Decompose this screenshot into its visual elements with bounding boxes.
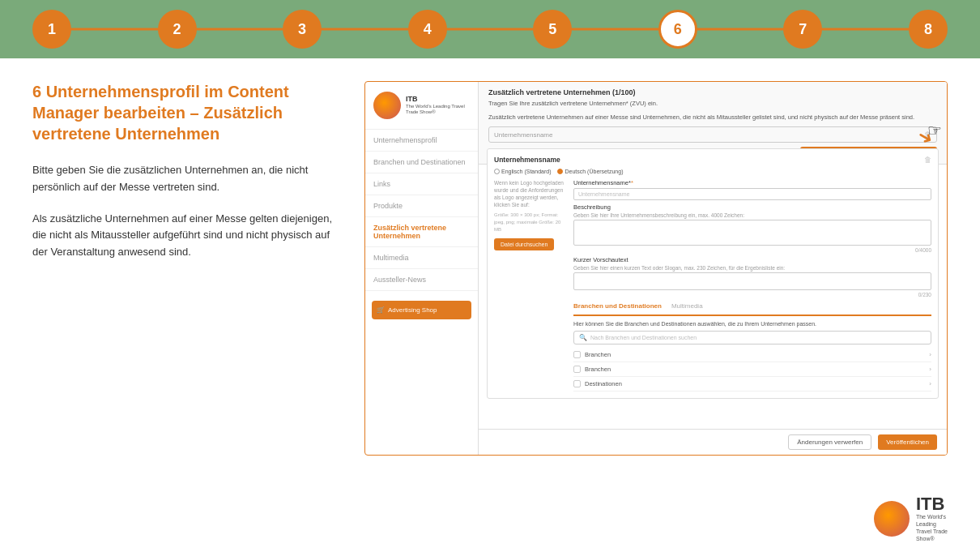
company-name-placeholder: Unternehmensname <box>494 131 552 139</box>
desc-label: Beschreibung <box>573 203 931 211</box>
main-content: 6 Unternehmensprofil im Content Manager … <box>0 58 980 472</box>
mock-ui-container: ITB The World's Leading Travel Trade Sho… <box>365 82 947 455</box>
mock-overlay-card: Unternehmensname 🗑 Englisch (Standard) D… <box>487 148 939 399</box>
bottom-logo-subtitle: The World's Leading Travel Trade Show® <box>916 513 948 542</box>
description-1: Bitte geben Sie die zusätzlichen Unterne… <box>32 162 340 196</box>
left-column: 6 Unternehmensprofil im Content Manager … <box>32 81 340 456</box>
logo-hint-text: Wenn kein Logo hochgeladen wurde und die… <box>494 179 567 208</box>
lang-english[interactable]: Englisch (Standard) <box>494 169 551 174</box>
hand-cursor-icon: ☞ <box>927 121 942 140</box>
sidebar-item-branchen[interactable]: Branchen und Destinationen <box>365 152 478 173</box>
branches-desc: Hier können Sie die Branchen und Destina… <box>573 321 931 327</box>
advertising-shop-button[interactable]: 🛒 Advertising Shop <box>372 301 471 319</box>
radio-english <box>494 169 500 174</box>
short-preview-label: Kurzer Vorschautext <box>573 256 931 263</box>
step-1[interactable]: 1 <box>32 10 71 49</box>
sidebar-item-produkte[interactable]: Produkte <box>365 195 478 217</box>
tab-branchen[interactable]: Branchen und Destinationen <box>573 302 662 311</box>
bottom-itb-text: ITB <box>916 495 948 513</box>
step-2[interactable]: 2 <box>158 10 197 49</box>
field-name-input[interactable]: Unternehmensname <box>573 188 931 200</box>
lang-german[interactable]: Deutsch (Übersetzung) <box>557 169 623 174</box>
overlay-title: Unternehmensname <box>494 156 560 164</box>
advertising-shop-label: Advertising Shop <box>388 306 437 314</box>
step-circles: 1 2 3 4 5 6 7 8 <box>32 10 948 49</box>
field-group: Wenn kein Logo hochgeladen wurde und die… <box>494 179 931 392</box>
chevron-right-icon-2: › <box>929 366 931 373</box>
publish-button[interactable]: Veröffentlichen <box>878 434 937 450</box>
panel-desc-1: Tragen Sie Ihre zusätzlich vertretene Un… <box>488 100 937 109</box>
image-specs: Größe: 300 × 300 px; Format: jpeg, png; … <box>494 212 567 233</box>
chevron-right-icon-1: › <box>929 351 931 358</box>
bottom-logo: ITB The World's Leading Travel Trade Sho… <box>874 495 948 542</box>
overlay-header: Unternehmensname 🗑 <box>494 156 931 164</box>
tabs-row: Branchen und Destinationen Multimedia <box>573 302 931 316</box>
bottom-globe-icon <box>874 501 910 537</box>
sidebar-item-links[interactable]: Links <box>365 173 478 195</box>
field-right: Unternehmensname* Unternehmensname Besch… <box>573 179 931 392</box>
mock-sidebar: ITB The World's Leading Travel Trade Sho… <box>365 82 479 455</box>
sidebar-item-multimedia[interactable]: Multimedia <box>365 247 478 269</box>
checkbox-icon-2 <box>573 366 581 373</box>
page-title: 6 Unternehmensprofil im Content Manager … <box>32 81 340 144</box>
short-preview-helper: Geben Sie hier einen kurzen Text oder Sl… <box>573 265 931 271</box>
field-name-label: Unternehmensname* <box>573 179 931 186</box>
mock-logo-area: ITB The World's Leading Travel Trade Sho… <box>365 82 478 130</box>
action-bar: Änderungen verwerfen Veröffentlichen <box>479 429 947 455</box>
sidebar-item-aussteller-news[interactable]: Aussteller-News <box>365 269 478 291</box>
step-5[interactable]: 5 <box>533 10 572 49</box>
desc-helper: Geben Sie hier Ihre Unternehmensbeschrei… <box>573 212 931 218</box>
language-toggle: Englisch (Standard) Deutsch (Übersetzung… <box>494 169 931 174</box>
description-2: Als zusätzliche Unternehmen auf einer Me… <box>32 211 340 261</box>
file-browse-button[interactable]: Datei durchsuchen <box>494 238 554 250</box>
checkbox-destinationen[interactable]: Destinationen › <box>573 377 931 392</box>
desc-char-count: 0/4000 <box>573 247 931 253</box>
checkbox-label-2: Branchen <box>585 366 611 373</box>
bottom-tabs: Branchen und Destinationen Multimedia Hi… <box>573 302 931 392</box>
branches-search[interactable]: 🔍 Nach Branchen und Destinationen suchen <box>573 331 931 344</box>
checkbox-icon <box>573 351 581 358</box>
mock-ui-screenshot: ITB The World's Leading Travel Trade Sho… <box>364 81 948 456</box>
checkbox-label-3: Destinationen <box>585 380 622 387</box>
checkbox-branchen-1[interactable]: Branchen › <box>573 348 931 362</box>
checkbox-label-1: Branchen <box>585 351 611 358</box>
short-preview-char-count: 0/230 <box>573 292 931 297</box>
company-name-input[interactable]: Unternehmensname 🗑 <box>488 126 937 143</box>
short-preview-textarea[interactable] <box>573 272 931 290</box>
progress-bar: 1 2 3 4 5 6 7 8 <box>0 0 980 58</box>
checkbox-icon-3 <box>573 380 581 387</box>
mock-logo-itb: ITB <box>406 95 470 104</box>
overlay-trash-icon[interactable]: 🗑 <box>924 156 931 164</box>
panel-desc-2: Zusätzlich vertretene Unternehmen auf ei… <box>488 113 937 122</box>
desc-textarea[interactable] <box>573 220 931 246</box>
search-placeholder: Nach Branchen und Destinationen suchen <box>590 335 697 340</box>
field-left-hint: Wenn kein Logo hochgeladen wurde und die… <box>494 179 567 392</box>
mock-main-panel: Zusätzlich vertretene Unternehmen (1/100… <box>479 82 947 455</box>
checkbox-branchen-2[interactable]: Branchen › <box>573 362 931 377</box>
sidebar-item-unternehmensprofil[interactable]: Unternehmensprofil <box>365 130 478 152</box>
mock-logo-text-block: ITB The World's Leading Travel Trade Sho… <box>406 95 470 115</box>
mock-logo-subtitle: The World's Leading Travel Trade Show® <box>406 104 470 115</box>
chevron-right-icon-3: › <box>929 380 931 387</box>
search-icon: 🔍 <box>579 334 587 341</box>
step-7[interactable]: 7 <box>783 10 822 49</box>
itb-globe-icon <box>373 92 401 119</box>
step-8[interactable]: 8 <box>909 10 948 49</box>
cart-icon: 🛒 <box>377 306 385 314</box>
sidebar-item-zusaetzlich[interactable]: Zusätzlich vertretene Unternehmen <box>365 217 478 247</box>
step-4[interactable]: 4 <box>408 10 447 49</box>
discard-button[interactable]: Änderungen verwerfen <box>788 434 871 450</box>
step-6-active[interactable]: 6 <box>658 10 697 49</box>
bottom-logo-text: ITB The World's Leading Travel Trade Sho… <box>916 495 948 542</box>
panel-title: Zusätzlich vertretene Unternehmen (1/100… <box>488 88 937 96</box>
radio-german <box>557 169 563 174</box>
tab-multimedia[interactable]: Multimedia <box>671 302 703 311</box>
step-3[interactable]: 3 <box>283 10 322 49</box>
